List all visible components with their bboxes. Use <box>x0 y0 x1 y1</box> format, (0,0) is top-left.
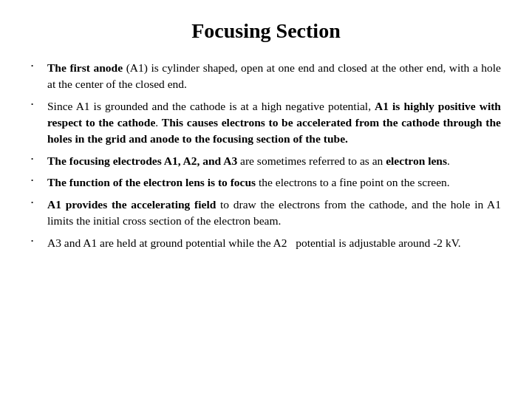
content-list: • The first anode (A1) is cylinder shape… <box>31 60 501 252</box>
item1-content: The first anode (A1) is cylinder shaped,… <box>47 60 501 93</box>
list-item: • The function of the electron lens is t… <box>31 174 501 191</box>
bullet-icon: • <box>31 236 44 246</box>
page-title: Focusing Section <box>31 16 501 47</box>
bullet-icon: • <box>31 99 44 109</box>
item3-content: The focusing electrodes A1, A2, and A3 a… <box>47 153 501 169</box>
bullet-icon: • <box>31 154 44 164</box>
item4-content: The function of the electron lens is to … <box>47 174 501 191</box>
bullet-icon: • <box>31 61 44 71</box>
item2-content: Since A1 is grounded and the cathode is … <box>47 98 501 148</box>
list-item: • A3 and A1 are held at ground potential… <box>31 235 501 251</box>
list-item: • The focusing electrodes A1, A2, and A3… <box>31 153 501 169</box>
bullet-icon: • <box>31 197 44 208</box>
item5-content: A1 provides the accelerating field to dr… <box>47 197 501 230</box>
bullet-icon: • <box>31 175 44 185</box>
list-item: • A1 provides the accelerating field to … <box>31 197 501 230</box>
list-item: • Since A1 is grounded and the cathode i… <box>31 98 501 148</box>
item6-content: A3 and A1 are held at ground potential w… <box>47 235 501 251</box>
page-container: Focusing Section • The first anode (A1) … <box>0 0 532 399</box>
list-item: • The first anode (A1) is cylinder shape… <box>31 60 501 93</box>
